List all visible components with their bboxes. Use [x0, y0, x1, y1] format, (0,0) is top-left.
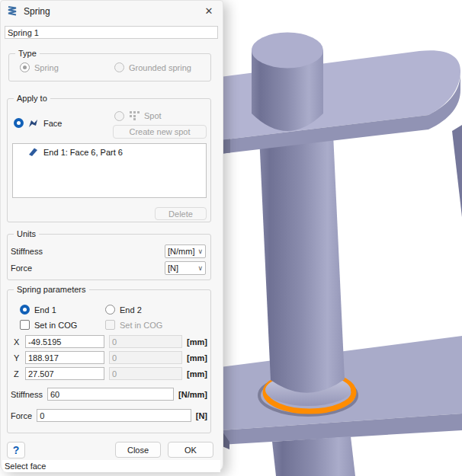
- spot-radio: Spot: [114, 110, 162, 121]
- app-window: Spring ✕ Type Spring Grounded spring App…: [0, 0, 462, 476]
- force-unit-row: Force [N] ∨: [11, 261, 206, 275]
- stiffness-row: Stiffness [N/mm]: [11, 388, 207, 401]
- pin-cylinder[interactable]: [259, 134, 345, 393]
- spring-parameters-label: Spring parameters: [14, 285, 89, 294]
- x-end1-input[interactable]: [25, 335, 104, 348]
- force-row: Force [N]: [11, 409, 207, 422]
- stiffness-unit-row: Stiffness [N/mm] ∨: [11, 244, 206, 258]
- face-icon: [27, 117, 39, 129]
- spring-parameters-group: Spring parameters End 1 End 2 Set in COG…: [7, 289, 211, 433]
- x-coordinate-row: X [mm]: [14, 335, 207, 348]
- apply-to-group: Apply to Face Spot Cr: [7, 98, 211, 222]
- close-button[interactable]: Close: [115, 442, 161, 458]
- chevron-down-icon: ∨: [195, 264, 203, 272]
- selection-list-item[interactable]: End 1: Face 6, Part 6: [13, 144, 206, 157]
- grounded-radio-icon: [114, 62, 124, 72]
- x-end2-input: [109, 335, 182, 348]
- end2-radio-icon[interactable]: [105, 305, 115, 315]
- z-end2-input: [109, 367, 182, 380]
- dialog-titlebar[interactable]: Spring ✕: [1, 1, 223, 21]
- close-icon[interactable]: ✕: [201, 4, 217, 19]
- y-coordinate-row: Y [mm]: [14, 351, 207, 364]
- delete-button: Delete: [155, 207, 207, 220]
- dialog-footer: ? Close OK: [7, 441, 213, 458]
- type-spring-radio: Spring: [20, 62, 59, 72]
- stiffness-input[interactable]: [47, 388, 174, 401]
- pin-cylinder-lower[interactable]: [272, 436, 355, 476]
- z-coordinate-row: Z [mm]: [14, 367, 207, 380]
- status-bar: Select face: [2, 460, 220, 472]
- status-text: Select face: [5, 462, 46, 471]
- ok-button[interactable]: OK: [168, 442, 213, 458]
- units-group: Units Stiffness [N/mm] ∨ Force [N] ∨: [7, 234, 211, 280]
- face-radio-icon[interactable]: [14, 118, 24, 128]
- y-end1-input[interactable]: [25, 351, 104, 364]
- type-group-label: Type: [15, 49, 40, 58]
- end1-radio-icon[interactable]: [20, 305, 30, 315]
- type-grounded-radio: Grounded spring: [114, 62, 191, 72]
- spring-icon: [7, 5, 18, 17]
- set-in-cog-checkbox[interactable]: Set in COG: [20, 320, 77, 330]
- force-unit-select[interactable]: [N] ∨: [165, 261, 206, 275]
- dialog-title: Spring: [24, 6, 50, 17]
- boss-cylinder-top[interactable]: [252, 33, 323, 69]
- set-in-cog-checkbox-disabled: Set in COG: [105, 320, 162, 330]
- chevron-down-icon: ∨: [195, 248, 203, 255]
- type-group: Type Spring Grounded spring: [8, 53, 211, 81]
- spring-name-input[interactable]: [5, 26, 218, 39]
- y-end2-input: [109, 351, 182, 364]
- stiffness-unit-select[interactable]: [N/mm] ∨: [165, 244, 206, 258]
- cog1-checkbox-icon[interactable]: [20, 320, 30, 330]
- force-input[interactable]: [37, 409, 191, 422]
- face-radio[interactable]: Face: [14, 117, 62, 129]
- apply-to-group-label: Apply to: [14, 94, 50, 103]
- cog2-checkbox-icon: [105, 320, 115, 330]
- end2-radio[interactable]: End 2: [105, 305, 142, 315]
- units-group-label: Units: [14, 229, 39, 238]
- face-tag-icon: [28, 147, 38, 157]
- spring-radio-icon: [20, 62, 30, 72]
- right-edge-pin[interactable]: [452, 125, 462, 217]
- spring-dialog: Spring ✕ Type Spring Grounded spring App…: [0, 0, 223, 472]
- z-end1-input[interactable]: [25, 367, 104, 380]
- help-button[interactable]: ?: [7, 442, 25, 458]
- selection-listbox[interactable]: End 1: Face 6, Part 6: [12, 143, 207, 198]
- spot-radio-icon: [114, 111, 124, 121]
- create-new-spot-button: Create new spot: [113, 125, 207, 139]
- end1-radio[interactable]: End 1: [20, 305, 56, 315]
- spot-grid-icon: [129, 110, 140, 121]
